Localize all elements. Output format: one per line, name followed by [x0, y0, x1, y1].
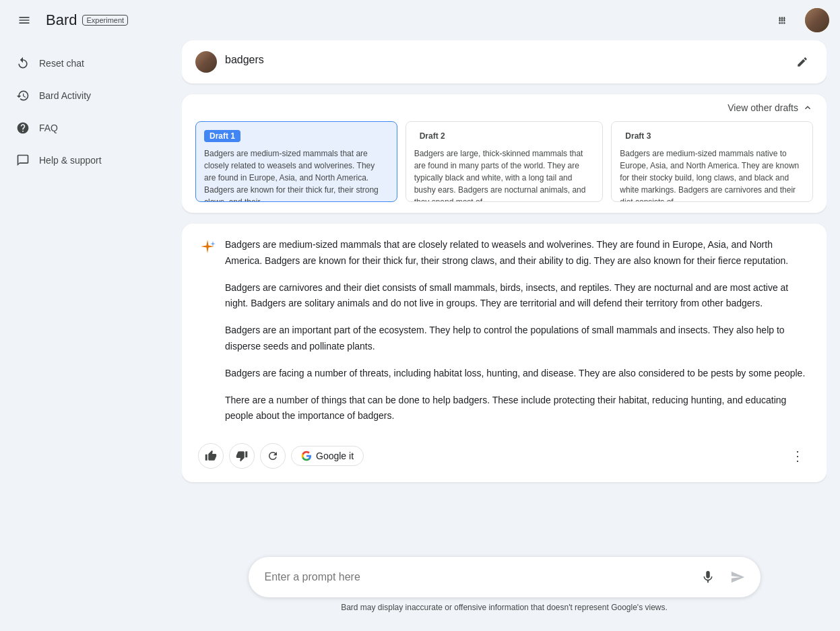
edit-query-button[interactable] [791, 51, 813, 73]
draft-2-text: Badgers are large, thick-skinned mammals… [414, 147, 595, 202]
svg-point-2 [783, 18, 785, 20]
help-support-icon [16, 154, 30, 167]
drafts-panel: View other drafts Draft 1 Badgers are me… [182, 94, 827, 213]
user-query-text: badgers [225, 51, 783, 66]
thumbs-up-button[interactable] [198, 443, 224, 469]
user-message: badgers [182, 40, 827, 84]
view-drafts-label: View other drafts [728, 102, 798, 113]
reset-chat-icon [16, 57, 30, 70]
faq-icon [16, 121, 30, 135]
header-left: Bard Experiment [11, 7, 128, 34]
svg-point-8 [783, 22, 785, 24]
bard-activity-icon [16, 89, 30, 102]
refresh-button[interactable] [260, 443, 286, 469]
bard-response: Badgers are medium-sized mammals that ar… [182, 224, 827, 482]
draft-1-label: Draft 1 [204, 130, 240, 142]
apps-button[interactable] [770, 7, 797, 34]
sidebar-item-faq-label: FAQ [39, 123, 58, 133]
menu-button[interactable] [11, 7, 38, 34]
sidebar-item-faq[interactable]: FAQ [0, 113, 160, 143]
svg-point-6 [779, 22, 781, 24]
drafts-header: View other drafts [182, 94, 827, 121]
response-paragraph-3: Badgers are an important part of the eco… [225, 323, 810, 355]
more-options-button[interactable]: ⋮ [785, 443, 810, 469]
user-message-avatar [195, 51, 217, 73]
draft-3-text: Badgers are medium-sized mammals native … [620, 147, 804, 202]
chat-container: badgers View other drafts [168, 40, 840, 631]
sidebar-item-help-support-label: Help & support [39, 155, 102, 166]
chat-messages: badgers View other drafts [182, 40, 827, 546]
svg-point-0 [779, 18, 781, 20]
drafts-grid: Draft 1 Badgers are medium-sized mammals… [182, 121, 827, 213]
mic-button[interactable] [696, 565, 720, 589]
thumbs-down-button[interactable] [229, 443, 255, 469]
draft-card-1[interactable]: Draft 1 Badgers are medium-sized mammals… [195, 121, 397, 202]
app-name: Bard [46, 11, 77, 29]
draft-2-label: Draft 2 [414, 130, 451, 142]
draft-card-2[interactable]: Draft 2 Badgers are large, thick-skinned… [406, 121, 604, 202]
prompt-input[interactable] [265, 571, 690, 583]
main-layout: Reset chat Bard Activity FAQ [0, 40, 840, 631]
response-paragraph-2: Badgers are carnivores and their diet co… [225, 280, 810, 312]
app-logo: Bard Experiment [46, 11, 128, 29]
avatar [805, 8, 829, 32]
google-it-label: Google it [316, 451, 354, 461]
experiment-badge: Experiment [82, 15, 128, 26]
sidebar-item-reset-chat[interactable]: Reset chat [0, 48, 160, 78]
sidebar: Reset chat Bard Activity FAQ [0, 40, 168, 631]
input-area: Bard may display inaccurate or offensive… [182, 546, 827, 618]
google-it-button[interactable]: Google it [291, 446, 364, 466]
response-paragraph-5: There are a number of things that can be… [225, 393, 810, 425]
response-header: Badgers are medium-sized mammals that ar… [198, 237, 810, 424]
user-avatar-button[interactable] [805, 8, 829, 32]
app-header: Bard Experiment [0, 0, 840, 40]
sidebar-item-reset-chat-label: Reset chat [39, 58, 84, 69]
draft-3-label: Draft 3 [620, 130, 656, 142]
svg-point-1 [781, 18, 783, 20]
svg-point-4 [781, 20, 783, 22]
view-other-drafts-button[interactable]: View other drafts [728, 102, 813, 113]
header-right [770, 7, 829, 34]
action-bar: Google it ⋮ [198, 435, 810, 469]
svg-point-7 [781, 22, 783, 24]
svg-point-5 [783, 20, 785, 22]
sidebar-item-bard-activity[interactable]: Bard Activity [0, 81, 160, 110]
response-paragraph-1: Badgers are medium-sized mammals that ar… [225, 237, 810, 269]
bard-sparkle-icon [198, 238, 217, 257]
send-button[interactable] [725, 565, 750, 589]
svg-point-3 [779, 20, 781, 22]
draft-card-3[interactable]: Draft 3 Badgers are medium-sized mammals… [611, 121, 813, 202]
sidebar-item-bard-activity-label: Bard Activity [39, 90, 91, 101]
response-text-block: Badgers are medium-sized mammals that ar… [225, 237, 810, 424]
disclaimer-text: Bard may display inaccurate or offensive… [341, 603, 668, 612]
draft-1-text: Badgers are medium-sized mammals that ar… [204, 147, 389, 202]
response-paragraph-4: Badgers are facing a number of threats, … [225, 366, 810, 382]
prompt-input-box [249, 557, 761, 597]
sidebar-item-help-support[interactable]: Help & support [0, 145, 160, 175]
